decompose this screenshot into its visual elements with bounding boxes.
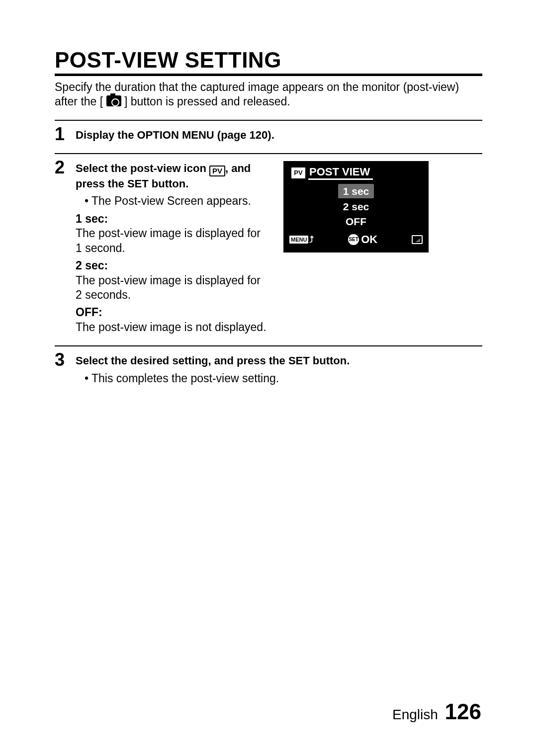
return-arrow-icon: ⤴ [309,234,314,246]
option-1sec-desc: The post-view image is displayed for 1 s… [76,226,269,255]
lcd-options: 1 sec 2 sec OFF [284,181,428,231]
step-2-heading: Select the post-view icon PV, and press … [76,162,251,190]
bullet-dot: • [85,371,91,386]
camera-icon [106,95,121,106]
lcd-option-2sec: 2 sec [284,199,428,214]
option-off-label: OFF: [76,305,269,320]
option-1sec-label: 1 sec: [76,212,269,226]
pv-icon: PV [209,166,225,176]
page-number: 126 [445,699,481,724]
step-number: 1 [55,124,65,145]
step-number: 2 [55,157,65,178]
step-1-heading: Display the OPTION MENU (page 120). [76,129,274,141]
page-footer: English 126 [392,699,481,724]
option-2sec-desc: The post-view image is displayed for 2 s… [76,273,269,303]
shutter-icon [412,235,423,244]
step-2-text: Select the post-view icon PV, and press … [76,161,269,335]
intro-text: Specify the duration that the captured i… [55,80,482,121]
lcd-title: POST VIEW [308,166,373,180]
lcd-screen: PV POST VIEW 1 sec 2 sec OFF MENU ⤴ [283,161,429,252]
step-3-bullet: • This completes the post-view setting. [85,371,482,386]
step-3: 3 Select the desired setting, and press … [55,346,482,398]
lcd-option-off: OFF [284,214,428,229]
set-icon: SET [348,234,359,245]
lcd-option-1sec: 1 sec [338,184,374,198]
footer-language: English [392,707,438,722]
intro-after: ] button is pressed and released. [124,95,290,108]
option-2sec-label: 2 sec: [76,258,269,273]
option-off-desc: The post-view image is not displayed. [76,320,269,335]
pv-icon: PV [291,168,305,178]
manual-page: POST-VIEW SETTING Specify the duration t… [0,0,537,756]
lcd-header: PV POST VIEW [284,162,428,181]
lcd-ok: SET OK [348,233,377,247]
bullet-dot: • [85,194,91,208]
lcd-footer: MENU ⤴ SET OK [284,231,428,252]
step-2: 2 Select the post-view icon PV, and pres… [55,154,482,346]
menu-back-icon: MENU ⤴ [289,234,314,246]
step-2-bullet: • The Post-view Screen appears. [85,194,269,208]
page-title: POST-VIEW SETTING [55,48,482,76]
step-3-heading: Select the desired setting, and press th… [76,354,350,367]
step-number: 3 [55,349,65,370]
step-1: 1 Display the OPTION MENU (page 120). [55,121,482,154]
